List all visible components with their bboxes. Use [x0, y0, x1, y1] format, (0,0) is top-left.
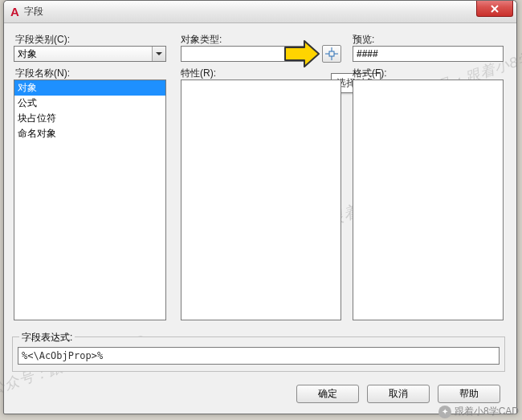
- format-listbox[interactable]: [353, 80, 504, 320]
- field-category-label: 字段类别(C):: [15, 33, 70, 47]
- preview-label: 预览:: [353, 33, 374, 47]
- field-names-item[interactable]: 公式: [14, 96, 165, 111]
- field-names-label: 字段名称(N):: [15, 67, 70, 80]
- field-category-combo[interactable]: 对象: [14, 46, 166, 62]
- field-names-item[interactable]: 命名对象: [14, 126, 165, 141]
- field-expression-value: %<\AcObjProp>%: [22, 350, 103, 361]
- properties-label: 特性(R):: [181, 67, 216, 80]
- preview-box: ####: [353, 46, 504, 62]
- help-button[interactable]: 帮助: [438, 385, 500, 403]
- properties-listbox[interactable]: [181, 80, 341, 320]
- title-bar: A 字段: [4, 1, 516, 23]
- close-button[interactable]: [476, 1, 513, 17]
- field-expression-label: 字段表达式:: [19, 331, 75, 345]
- field-names-item[interactable]: 块占位符: [14, 111, 165, 126]
- svg-rect-0: [329, 51, 334, 56]
- wechat-icon: ✦: [438, 406, 451, 418]
- footer-watermark: ✦ 跟着小8学CAD: [438, 405, 519, 418]
- field-names-item[interactable]: 对象: [14, 80, 165, 96]
- field-category-value: 对象: [18, 47, 37, 61]
- app-icon: A: [10, 5, 19, 18]
- dialog-window: A 字段 公众号：跟着小8学CAD 公众号：跟着小8学CAD 公众号：跟着小8学…: [3, 0, 517, 414]
- ok-button[interactable]: 确定: [296, 385, 359, 403]
- chevron-down-icon: [152, 47, 165, 61]
- footer-watermark-text: 跟着小8学CAD: [455, 405, 519, 418]
- cancel-button[interactable]: 取消: [367, 385, 430, 403]
- field-expression-group: 字段表达式: %<\AcObjProp>%: [12, 336, 505, 372]
- object-type-label: 对象类型:: [181, 33, 222, 47]
- object-type-box: [181, 46, 311, 62]
- preview-value: ####: [357, 48, 378, 59]
- window-title: 字段: [24, 5, 43, 18]
- pick-object-button[interactable]: [322, 45, 341, 63]
- format-label: 格式(F):: [353, 67, 387, 80]
- dialog-content: 公众号：跟着小8学CAD 公众号：跟着小8学CAD 公众号：跟着小8学CAD 字…: [10, 30, 510, 407]
- field-expression-box: %<\AcObjProp>%: [18, 347, 500, 365]
- field-names-listbox[interactable]: 对象公式块占位符命名对象: [14, 80, 166, 320]
- close-icon: [491, 5, 499, 13]
- pick-object-icon: [325, 47, 338, 60]
